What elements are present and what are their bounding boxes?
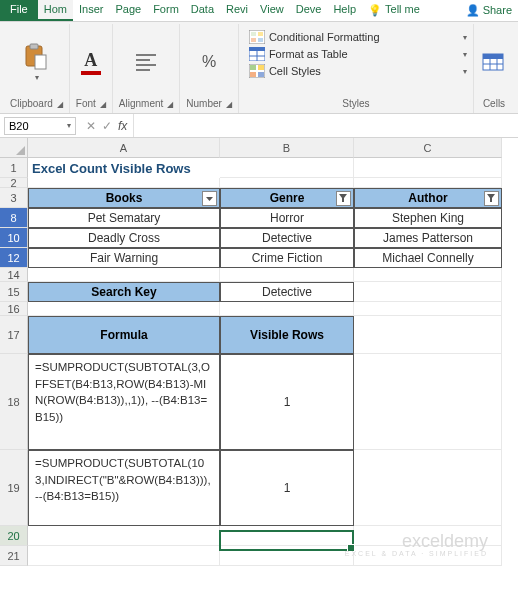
row-header[interactable]: 15 xyxy=(0,282,28,302)
cell[interactable] xyxy=(220,178,354,188)
cell[interactable] xyxy=(220,268,354,282)
paste-icon[interactable] xyxy=(22,43,50,71)
enter-icon[interactable]: ✓ xyxy=(102,119,112,133)
search-key-value[interactable]: Detective xyxy=(220,282,354,302)
row-header[interactable]: 12 xyxy=(0,248,28,268)
formula-cell[interactable]: =SUMPRODUCT(SUBTOTAL(103,INDIRECT("B"&RO… xyxy=(28,450,220,526)
cell[interactable] xyxy=(354,268,502,282)
cancel-icon[interactable]: ✕ xyxy=(86,119,96,133)
filter-button-active[interactable] xyxy=(484,191,499,206)
title-cell[interactable]: Excel Count Visible Rows xyxy=(28,158,220,178)
format-as-table-button[interactable]: Format as Table▾ xyxy=(249,47,467,61)
dialog-launcher-icon[interactable]: ◢ xyxy=(167,100,173,109)
cell[interactable] xyxy=(28,178,220,188)
tab-home[interactable]: Hom xyxy=(38,0,73,21)
formula-input[interactable] xyxy=(133,114,518,137)
table-cell[interactable]: Michael Connelly xyxy=(354,248,502,268)
cell[interactable] xyxy=(220,302,354,316)
alignment-icon[interactable] xyxy=(132,48,160,76)
table-cell[interactable]: Crime Fiction xyxy=(220,248,354,268)
row-header[interactable]: 20 xyxy=(0,526,28,546)
group-number: % Number◢ xyxy=(180,24,239,113)
cell[interactable] xyxy=(354,450,502,526)
cells-label: Cells xyxy=(483,98,505,111)
table-header-author[interactable]: Author xyxy=(354,188,502,208)
font-icon[interactable]: A xyxy=(77,48,105,76)
dialog-launcher-icon[interactable]: ◢ xyxy=(226,100,232,109)
watermark: exceldemy EXCEL & DATA · SIMPLIFIED xyxy=(345,532,488,557)
search-key-label[interactable]: Search Key xyxy=(28,282,220,302)
name-box[interactable]: B20 ▾ xyxy=(4,117,76,135)
tab-data[interactable]: Data xyxy=(185,0,220,21)
table-cell[interactable]: Pet Sematary xyxy=(28,208,220,228)
table-cell[interactable]: Deadly Cross xyxy=(28,228,220,248)
cell[interactable] xyxy=(220,158,354,178)
cell[interactable] xyxy=(28,268,220,282)
table-header-genre[interactable]: Genre xyxy=(220,188,354,208)
chevron-down-icon[interactable]: ▾ xyxy=(35,73,39,82)
cell[interactable] xyxy=(28,302,220,316)
col-header-a[interactable]: A xyxy=(28,138,220,158)
table-cell[interactable]: Stephen King xyxy=(354,208,502,228)
tab-insert[interactable]: Inser xyxy=(73,0,109,21)
table-cell[interactable]: Detective xyxy=(220,228,354,248)
cell[interactable] xyxy=(354,158,502,178)
filter-button[interactable] xyxy=(202,191,217,206)
svg-rect-18 xyxy=(258,65,264,70)
tab-view[interactable]: View xyxy=(254,0,290,21)
font-label: Font xyxy=(76,98,96,111)
cell[interactable] xyxy=(354,354,502,450)
chevron-down-icon[interactable]: ▾ xyxy=(67,121,71,130)
col-header-c[interactable]: C xyxy=(354,138,502,158)
svg-rect-2 xyxy=(35,55,46,69)
cells-icon[interactable] xyxy=(480,48,508,76)
row-header[interactable]: 14 xyxy=(0,268,28,282)
tab-formulas[interactable]: Form xyxy=(147,0,185,21)
cell-styles-button[interactable]: Cell Styles▾ xyxy=(249,64,467,78)
cell[interactable] xyxy=(28,526,220,546)
cell-selected[interactable] xyxy=(220,526,354,546)
dialog-launcher-icon[interactable]: ◢ xyxy=(57,100,63,109)
tab-help[interactable]: Help xyxy=(327,0,362,21)
formula-label[interactable]: Formula xyxy=(28,316,220,354)
row-header[interactable]: 1 xyxy=(0,158,28,178)
table-cell[interactable]: Fair Warning xyxy=(28,248,220,268)
tab-developer[interactable]: Deve xyxy=(290,0,328,21)
cond-format-icon xyxy=(249,30,265,44)
cell[interactable] xyxy=(28,546,220,566)
cell[interactable] xyxy=(354,178,502,188)
row-header[interactable]: 21 xyxy=(0,546,28,566)
table-cell[interactable]: James Patterson xyxy=(354,228,502,248)
share-button[interactable]: 👤Share xyxy=(460,1,518,21)
table-header-books[interactable]: Books xyxy=(28,188,220,208)
tab-file[interactable]: File xyxy=(0,0,38,21)
result-cell[interactable]: 1 xyxy=(220,450,354,526)
row-header[interactable]: 3 xyxy=(0,188,28,208)
cell[interactable] xyxy=(220,546,354,566)
cell[interactable] xyxy=(354,316,502,354)
number-icon[interactable]: % xyxy=(195,48,223,76)
row-header[interactable]: 10 xyxy=(0,228,28,248)
col-header-b[interactable]: B xyxy=(220,138,354,158)
tab-review[interactable]: Revi xyxy=(220,0,254,21)
cell[interactable] xyxy=(354,282,502,302)
tab-page-layout[interactable]: Page xyxy=(109,0,147,21)
row-header[interactable]: 19 xyxy=(0,450,28,526)
cell[interactable] xyxy=(354,302,502,316)
tell-me[interactable]: 💡Tell me xyxy=(362,0,426,21)
filter-button-active[interactable] xyxy=(336,191,351,206)
result-cell[interactable]: 1 xyxy=(220,354,354,450)
visible-rows-label[interactable]: Visible Rows xyxy=(220,316,354,354)
conditional-formatting-button[interactable]: Conditional Formatting▾ xyxy=(249,30,467,44)
dialog-launcher-icon[interactable]: ◢ xyxy=(100,100,106,109)
table-cell[interactable]: Horror xyxy=(220,208,354,228)
fx-icon[interactable]: fx xyxy=(118,119,127,133)
select-all-corner[interactable] xyxy=(0,138,28,158)
row-header[interactable]: 17 xyxy=(0,316,28,354)
row-header[interactable]: 8 xyxy=(0,208,28,228)
formula-cell[interactable]: =SUMPRODUCT(SUBTOTAL(3,OFFSET(B4:B13,ROW… xyxy=(28,354,220,450)
row-header[interactable]: 18 xyxy=(0,354,28,450)
row-header[interactable]: 16 xyxy=(0,302,28,316)
row-header[interactable]: 2 xyxy=(0,178,28,188)
group-styles: Conditional Formatting▾ Format as Table▾… xyxy=(239,24,474,113)
